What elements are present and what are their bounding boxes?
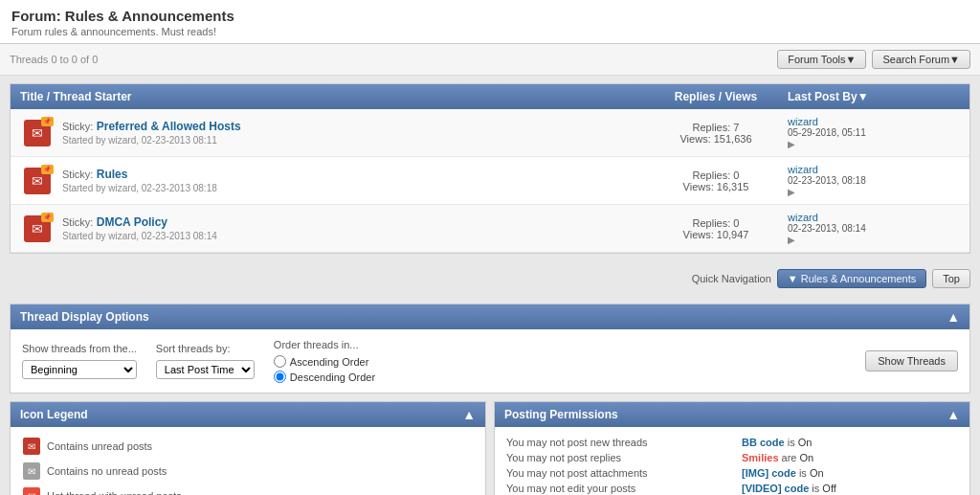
bottom-panels: Icon Legend ▲ ✉ Contains unread posts ✉ … — [10, 401, 970, 495]
col-title-header: Title / Thread Starter — [20, 90, 644, 103]
show-threads-from-group: Show threads from the... Beginning Last … — [22, 343, 137, 379]
sort-by-label: Sort threads by: — [156, 343, 255, 354]
perm-code-name-3: [IMG] code — [742, 467, 796, 479]
thread-icon-3: 📌 — [20, 215, 55, 242]
last-post-user-1[interactable]: wizard — [788, 116, 818, 127]
list-item: ✉ Contains unread posts — [22, 437, 474, 456]
perm-label-3: You may not post attachments — [506, 467, 648, 479]
perm-code-3: [IMG] code is On — [742, 467, 824, 479]
thread-replies-3: Replies: 0 — [644, 217, 788, 229]
search-forum-button[interactable]: Search Forum▼ — [872, 50, 970, 69]
perm-status-1: On — [798, 437, 813, 448]
col-lastpost-cell-2: wizard 02-23-2013, 08:18 ▶ — [788, 164, 960, 197]
descending-radio-label[interactable]: Descending Order — [274, 371, 375, 383]
sticky-label-2: Sticky: — [62, 169, 93, 180]
col-replies-cell-3: Replies: 0 Views: 10,947 — [644, 217, 788, 240]
thread-icon-img-1: 📌 — [24, 120, 51, 146]
perm-code-name-4: [VIDEO] code — [742, 483, 809, 494]
perm-is-label-3: is — [799, 467, 810, 479]
perm-label-2: You may not post replies — [506, 452, 621, 463]
hot-unread-icon: ✉ — [22, 486, 41, 495]
thread-icon-2: 📌 — [20, 168, 55, 194]
ascending-radio-label[interactable]: Ascending Order — [274, 355, 375, 368]
thread-views-2: Views: 16,315 — [644, 181, 788, 192]
perm-label-1: You may not post new threads — [506, 437, 648, 448]
icon-legend-title: Icon Legend — [20, 408, 88, 421]
perm-code-row-3: [IMG] code is On — [742, 467, 958, 479]
quick-nav-label: Quick Navigation — [692, 273, 771, 284]
thread-views-3: Views: 10,947 — [644, 229, 788, 240]
table-row: 📌 Sticky: DMCA Policy Started by wizard,… — [11, 205, 969, 253]
last-post-date-2: 02-23-2013, 08:18 — [788, 175, 960, 186]
quick-nav-top-button[interactable]: Top — [932, 269, 970, 288]
top-toolbar: Threads 0 to 0 of 0 Forum Tools▼ Search … — [0, 44, 980, 76]
quick-navigation: Quick Navigation ▼ Rules & Announcements… — [0, 261, 980, 296]
col-lastpost-cell-1: wizard 05-29-2018, 05:11 ▶ — [788, 116, 960, 149]
col-replies-cell-1: Replies: 7 Views: 151,636 — [644, 122, 788, 145]
perm-code-name-1: BB code — [742, 437, 785, 448]
perm-status-3: On — [810, 467, 824, 479]
perm-row-2: You may not post replies — [506, 452, 723, 463]
collapse-icon[interactable]: ▲ — [947, 309, 960, 325]
thread-display-options-header: Thread Display Options ▲ — [11, 304, 969, 329]
order-group: Order threads in... Ascending Order Desc… — [274, 339, 375, 383]
thread-display-options-section: Thread Display Options ▲ Show threads fr… — [10, 304, 970, 394]
thread-info-2: Sticky: Rules Started by wizard, 02-23-2… — [55, 168, 644, 193]
perm-is-label-4: is — [812, 483, 822, 494]
icon-legend-collapse-icon[interactable]: ▲ — [462, 407, 476, 422]
perm-code-2: Smilies are On — [742, 452, 813, 463]
thread-replies-2: Replies: 0 — [644, 169, 788, 181]
last-post-user-2[interactable]: wizard — [788, 164, 818, 175]
permissions-collapse-icon[interactable]: ▲ — [947, 407, 960, 422]
perm-code-4: [VIDEO] code is Off — [742, 483, 836, 494]
threads-table-header: Title / Thread Starter Replies / Views L… — [11, 84, 969, 109]
perm-row-3: You may not post attachments — [506, 467, 723, 479]
unread-icon: ✉ — [22, 437, 41, 456]
show-threads-from-select[interactable]: Beginning Last Day Last 2 Days Last Week… — [22, 360, 137, 379]
thread-meta-2: Started by wizard, 02-23-2013 08:18 — [62, 183, 644, 193]
sort-by-select[interactable]: Last Post Time Thread Title Thread Start… — [156, 360, 255, 379]
perm-code-1: BB code is On — [742, 437, 812, 448]
thread-title-link-1[interactable]: Preferred & Allowed Hosts — [97, 120, 241, 133]
legend-label-read: Contains no unread posts — [47, 465, 167, 477]
post-arrow-2: ▶ — [788, 187, 795, 197]
permissions-labels: You may not post new threads You may not… — [506, 437, 723, 495]
icon-legend-header: Icon Legend ▲ — [11, 402, 485, 427]
thread-icon-img-2: 📌 — [24, 168, 51, 194]
posting-permissions-header: Posting Permissions ▲ — [495, 402, 969, 427]
posting-permissions-title: Posting Permissions — [504, 408, 618, 421]
quick-nav-destination-label: Rules & Announcements — [801, 273, 916, 284]
thread-views-1: Views: 151,636 — [644, 133, 788, 145]
ascending-radio[interactable] — [274, 355, 286, 368]
col-lastpost-cell-3: wizard 02-23-2013, 08:14 ▶ — [788, 212, 960, 245]
post-arrow-1: ▶ — [788, 139, 795, 149]
thread-info-3: Sticky: DMCA Policy Started by wizard, 0… — [55, 215, 644, 241]
quick-nav-destination-button[interactable]: ▼ Rules & Announcements — [777, 269, 926, 288]
descending-radio[interactable] — [274, 371, 286, 383]
perm-code-row-4: [VIDEO] code is Off — [742, 483, 958, 494]
perm-is-label-1: is — [788, 437, 798, 448]
thread-meta-3: Started by wizard, 02-23-2013 08:14 — [62, 231, 644, 241]
thread-title-link-2[interactable]: Rules — [97, 168, 128, 181]
forum-tools-button[interactable]: Forum Tools▼ — [777, 50, 866, 69]
show-threads-button[interactable]: Show Threads — [865, 350, 958, 371]
quick-nav-dropdown-icon: ▼ — [788, 273, 801, 284]
thread-icon-1: 📌 — [20, 120, 55, 146]
read-icon: ✉ — [22, 461, 41, 481]
thread-replies-1: Replies: 7 — [644, 122, 788, 133]
legend-label-unread: Contains unread posts — [47, 440, 152, 452]
descending-label: Descending Order — [290, 371, 375, 383]
show-threads-from-label: Show threads from the... — [22, 343, 137, 354]
last-post-date-3: 02-23-2013, 08:14 — [788, 223, 960, 234]
last-post-user-3[interactable]: wizard — [788, 212, 818, 223]
legend-label-hot-unread: Hot thread with unread posts — [47, 490, 182, 495]
icon-legend-panel: Icon Legend ▲ ✉ Contains unread posts ✉ … — [10, 401, 486, 495]
perm-label-4: You may not edit your posts — [506, 483, 635, 494]
post-arrow-3: ▶ — [788, 235, 795, 245]
perm-is-label-2: are — [782, 452, 800, 463]
sticky-badge-3: 📌 — [41, 213, 54, 222]
thread-title-link-3[interactable]: DMCA Policy — [97, 215, 167, 229]
col-lastpost-header: Last Post By▼ — [788, 90, 960, 103]
sticky-badge-2: 📌 — [41, 165, 54, 174]
posting-permissions-body: You may not post new threads You may not… — [495, 427, 969, 495]
